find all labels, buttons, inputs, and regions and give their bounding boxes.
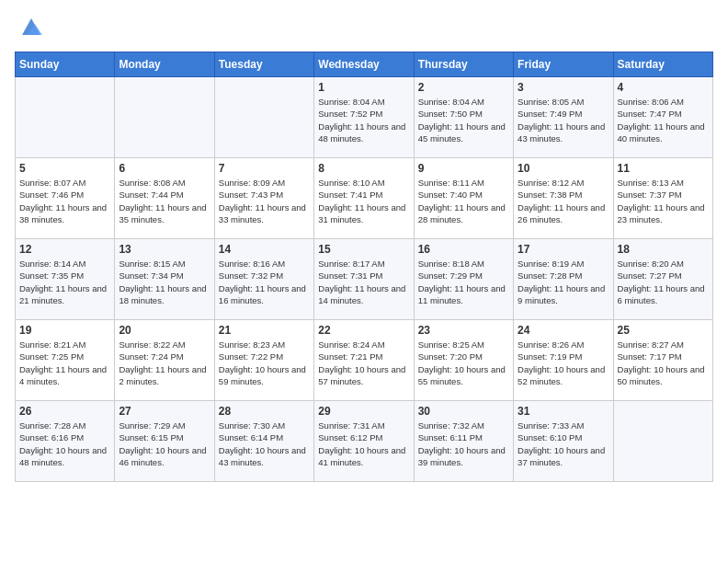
calendar-cell: 8Sunrise: 8:10 AM Sunset: 7:41 PM Daylig… xyxy=(314,158,414,239)
day-number: 3 xyxy=(518,81,609,94)
day-info: Sunrise: 7:28 AM Sunset: 6:16 PM Dayligh… xyxy=(19,419,110,468)
calendar-cell: 2Sunrise: 8:04 AM Sunset: 7:50 PM Daylig… xyxy=(414,77,513,158)
day-info: Sunrise: 8:15 AM Sunset: 7:34 PM Dayligh… xyxy=(119,258,210,306)
day-info: Sunrise: 8:23 AM Sunset: 7:22 PM Dayligh… xyxy=(219,339,310,387)
day-number: 27 xyxy=(119,405,210,418)
calendar-cell: 21Sunrise: 8:23 AM Sunset: 7:22 PM Dayli… xyxy=(214,320,313,401)
calendar-cell: 17Sunrise: 8:19 AM Sunset: 7:28 PM Dayli… xyxy=(514,239,613,320)
calendar-cell: 3Sunrise: 8:05 AM Sunset: 7:49 PM Daylig… xyxy=(514,77,613,158)
day-number: 6 xyxy=(119,162,210,175)
day-number: 26 xyxy=(19,405,110,418)
calendar-header-row: SundayMondayTuesdayWednesdayThursdayFrid… xyxy=(16,52,713,77)
day-info: Sunrise: 8:09 AM Sunset: 7:43 PM Dayligh… xyxy=(219,177,310,225)
day-info: Sunrise: 8:26 AM Sunset: 7:19 PM Dayligh… xyxy=(518,339,609,387)
calendar-cell: 4Sunrise: 8:06 AM Sunset: 7:47 PM Daylig… xyxy=(613,77,712,158)
calendar-cell xyxy=(613,401,712,482)
day-number: 30 xyxy=(418,405,509,418)
day-number: 17 xyxy=(518,243,609,256)
calendar-week-row: 26Sunrise: 7:28 AM Sunset: 6:16 PM Dayli… xyxy=(16,401,713,482)
calendar-cell: 13Sunrise: 8:15 AM Sunset: 7:34 PM Dayli… xyxy=(115,239,214,320)
day-info: Sunrise: 8:16 AM Sunset: 7:32 PM Dayligh… xyxy=(219,258,310,306)
day-number: 2 xyxy=(418,81,509,94)
calendar-week-row: 12Sunrise: 8:14 AM Sunset: 7:35 PM Dayli… xyxy=(16,239,713,320)
calendar-header-wednesday: Wednesday xyxy=(314,52,414,77)
calendar-cell: 9Sunrise: 8:11 AM Sunset: 7:40 PM Daylig… xyxy=(414,158,513,239)
calendar-cell: 22Sunrise: 8:24 AM Sunset: 7:21 PM Dayli… xyxy=(314,320,414,401)
day-info: Sunrise: 8:11 AM Sunset: 7:40 PM Dayligh… xyxy=(418,177,509,225)
calendar-header-monday: Monday xyxy=(115,52,214,77)
day-info: Sunrise: 8:17 AM Sunset: 7:31 PM Dayligh… xyxy=(318,258,409,306)
day-number: 21 xyxy=(219,324,310,337)
day-number: 11 xyxy=(618,162,709,175)
calendar-cell xyxy=(214,77,313,158)
day-number: 4 xyxy=(618,81,709,94)
day-number: 20 xyxy=(119,324,210,337)
day-info: Sunrise: 8:07 AM Sunset: 7:46 PM Dayligh… xyxy=(19,177,110,225)
day-info: Sunrise: 7:33 AM Sunset: 6:10 PM Dayligh… xyxy=(518,419,609,468)
day-number: 31 xyxy=(518,405,609,418)
day-number: 13 xyxy=(119,243,210,256)
calendar-cell: 10Sunrise: 8:12 AM Sunset: 7:38 PM Dayli… xyxy=(514,158,613,239)
calendar-cell: 7Sunrise: 8:09 AM Sunset: 7:43 PM Daylig… xyxy=(214,158,313,239)
calendar-cell: 28Sunrise: 7:30 AM Sunset: 6:14 PM Dayli… xyxy=(214,401,313,482)
logo xyxy=(15,15,44,40)
day-number: 24 xyxy=(518,324,609,337)
calendar-table: SundayMondayTuesdayWednesdayThursdayFrid… xyxy=(15,52,713,482)
day-number: 22 xyxy=(318,324,409,337)
calendar-header-sunday: Sunday xyxy=(16,52,115,77)
day-info: Sunrise: 8:06 AM Sunset: 7:47 PM Dayligh… xyxy=(618,96,709,144)
calendar-cell: 15Sunrise: 8:17 AM Sunset: 7:31 PM Dayli… xyxy=(314,239,414,320)
day-number: 9 xyxy=(418,162,509,175)
day-info: Sunrise: 8:20 AM Sunset: 7:27 PM Dayligh… xyxy=(618,258,709,306)
calendar-cell: 12Sunrise: 8:14 AM Sunset: 7:35 PM Dayli… xyxy=(16,239,115,320)
day-info: Sunrise: 7:30 AM Sunset: 6:14 PM Dayligh… xyxy=(219,419,310,468)
day-info: Sunrise: 8:22 AM Sunset: 7:24 PM Dayligh… xyxy=(119,339,210,387)
calendar-header-tuesday: Tuesday xyxy=(214,52,313,77)
calendar-cell: 11Sunrise: 8:13 AM Sunset: 7:37 PM Dayli… xyxy=(613,158,712,239)
calendar-cell: 5Sunrise: 8:07 AM Sunset: 7:46 PM Daylig… xyxy=(16,158,115,239)
logo-icon xyxy=(18,15,44,40)
calendar-cell: 14Sunrise: 8:16 AM Sunset: 7:32 PM Dayli… xyxy=(214,239,313,320)
day-number: 8 xyxy=(318,162,409,175)
calendar-week-row: 1Sunrise: 8:04 AM Sunset: 7:52 PM Daylig… xyxy=(16,77,713,158)
day-info: Sunrise: 8:24 AM Sunset: 7:21 PM Dayligh… xyxy=(318,339,409,387)
day-info: Sunrise: 8:05 AM Sunset: 7:49 PM Dayligh… xyxy=(518,96,609,144)
calendar-cell: 29Sunrise: 7:31 AM Sunset: 6:12 PM Dayli… xyxy=(314,401,414,482)
calendar-cell: 16Sunrise: 8:18 AM Sunset: 7:29 PM Dayli… xyxy=(414,239,513,320)
day-info: Sunrise: 7:29 AM Sunset: 6:15 PM Dayligh… xyxy=(119,419,210,468)
day-number: 23 xyxy=(418,324,509,337)
day-info: Sunrise: 7:31 AM Sunset: 6:12 PM Dayligh… xyxy=(318,419,409,468)
day-number: 5 xyxy=(19,162,110,175)
day-number: 28 xyxy=(219,405,310,418)
day-info: Sunrise: 8:04 AM Sunset: 7:52 PM Dayligh… xyxy=(318,96,409,144)
calendar-cell xyxy=(16,77,115,158)
calendar-week-row: 5Sunrise: 8:07 AM Sunset: 7:46 PM Daylig… xyxy=(16,158,713,239)
calendar-cell: 18Sunrise: 8:20 AM Sunset: 7:27 PM Dayli… xyxy=(613,239,712,320)
day-info: Sunrise: 7:32 AM Sunset: 6:11 PM Dayligh… xyxy=(418,419,509,468)
day-number: 16 xyxy=(418,243,509,256)
calendar-cell: 23Sunrise: 8:25 AM Sunset: 7:20 PM Dayli… xyxy=(414,320,513,401)
day-info: Sunrise: 8:14 AM Sunset: 7:35 PM Dayligh… xyxy=(19,258,110,306)
day-number: 15 xyxy=(318,243,409,256)
calendar-cell: 1Sunrise: 8:04 AM Sunset: 7:52 PM Daylig… xyxy=(314,77,414,158)
day-number: 29 xyxy=(318,405,409,418)
day-info: Sunrise: 8:27 AM Sunset: 7:17 PM Dayligh… xyxy=(618,339,709,387)
calendar-header-saturday: Saturday xyxy=(613,52,712,77)
day-number: 7 xyxy=(219,162,310,175)
day-info: Sunrise: 8:08 AM Sunset: 7:44 PM Dayligh… xyxy=(119,177,210,225)
calendar-cell: 24Sunrise: 8:26 AM Sunset: 7:19 PM Dayli… xyxy=(514,320,613,401)
day-info: Sunrise: 8:21 AM Sunset: 7:25 PM Dayligh… xyxy=(19,339,110,387)
calendar-cell: 31Sunrise: 7:33 AM Sunset: 6:10 PM Dayli… xyxy=(514,401,613,482)
calendar-cell: 6Sunrise: 8:08 AM Sunset: 7:44 PM Daylig… xyxy=(115,158,214,239)
day-info: Sunrise: 8:25 AM Sunset: 7:20 PM Dayligh… xyxy=(418,339,509,387)
calendar-cell: 26Sunrise: 7:28 AM Sunset: 6:16 PM Dayli… xyxy=(16,401,115,482)
day-number: 10 xyxy=(518,162,609,175)
day-number: 19 xyxy=(19,324,110,337)
day-number: 1 xyxy=(318,81,409,94)
day-info: Sunrise: 8:19 AM Sunset: 7:28 PM Dayligh… xyxy=(518,258,609,306)
day-number: 12 xyxy=(19,243,110,256)
day-info: Sunrise: 8:13 AM Sunset: 7:37 PM Dayligh… xyxy=(618,177,709,225)
day-info: Sunrise: 8:12 AM Sunset: 7:38 PM Dayligh… xyxy=(518,177,609,225)
day-info: Sunrise: 8:10 AM Sunset: 7:41 PM Dayligh… xyxy=(318,177,409,225)
calendar-cell: 25Sunrise: 8:27 AM Sunset: 7:17 PM Dayli… xyxy=(613,320,712,401)
